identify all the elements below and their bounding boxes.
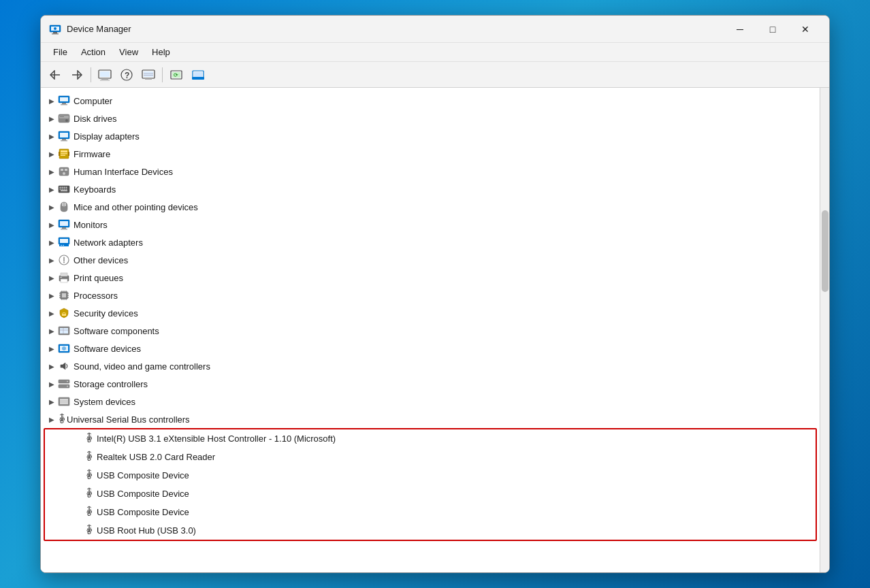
tree-item-software-comp[interactable]: ▶ Software components <box>41 322 820 340</box>
svg-rect-33 <box>60 116 64 117</box>
help-button[interactable]: ? <box>116 65 137 84</box>
svg-rect-53 <box>60 189 61 190</box>
svg-point-142 <box>88 532 91 534</box>
maximize-button[interactable]: □ <box>757 18 788 40</box>
properties-button[interactable] <box>188 65 208 84</box>
label-other: Other devices <box>74 255 128 265</box>
svg-rect-16 <box>144 71 153 77</box>
vertical-scrollbar[interactable] <box>820 88 829 572</box>
svg-rect-77 <box>62 293 66 297</box>
tree-item-software-dev[interactable]: ▶ Software devices <box>41 340 820 357</box>
label-usb-intel: Intel(R) USB 3.1 eXtensible Host Control… <box>97 434 336 444</box>
chevron-storage: ▶ <box>46 378 57 389</box>
tree-item-monitors[interactable]: ▶ Monitors <box>41 216 820 233</box>
tree-item-network[interactable]: ▶ Network adapters <box>41 233 820 251</box>
svg-rect-111 <box>63 419 65 420</box>
label-processors: Processors <box>74 291 118 301</box>
tree-item-security[interactable]: ▶ Security devices <box>41 304 820 322</box>
svg-rect-66 <box>60 239 68 243</box>
tree-item-other[interactable]: ▶ Other devices <box>41 251 820 269</box>
tree-item-system[interactable]: ▶ System devices <box>41 393 820 410</box>
menu-help[interactable]: Help <box>145 45 177 59</box>
svg-rect-49 <box>60 187 61 189</box>
icon-system <box>57 395 71 408</box>
label-firmware: Firmware <box>74 149 110 159</box>
show-hidden-button[interactable] <box>95 65 115 84</box>
tree-item-hid[interactable]: ▶ Human Interface Devices <box>41 163 820 180</box>
icon-storage <box>57 378 71 390</box>
svg-rect-54 <box>62 189 63 190</box>
tree-item-usb[interactable]: ▶ Universal Serial Bus controllers <box>41 410 820 428</box>
svg-point-69 <box>63 245 64 246</box>
tree-item-mice[interactable]: ▶ Mice and other pointing devices <box>41 198 820 216</box>
icon-processors <box>57 289 71 301</box>
label-print: Print queues <box>74 273 123 283</box>
tree-item-storage[interactable]: ▶ Storage controllers <box>41 375 820 393</box>
tree-item-usb-composite-1[interactable]: USB Composite Device <box>45 466 816 485</box>
list-view-button[interactable] <box>138 65 159 84</box>
svg-rect-40 <box>61 153 67 154</box>
tree-item-disk-drives[interactable]: ▶ Disk drives <box>41 110 820 127</box>
svg-rect-62 <box>60 221 68 226</box>
window-title: Device Manager <box>67 24 724 34</box>
menu-file[interactable]: File <box>46 45 74 59</box>
chevron-software-comp: ▶ <box>46 325 57 336</box>
svg-rect-131 <box>90 493 92 494</box>
tree-item-usb-root[interactable]: USB Root Hub (USB 3.0) <box>45 521 816 540</box>
svg-rect-59 <box>62 203 64 206</box>
svg-rect-51 <box>64 187 65 189</box>
svg-point-102 <box>67 386 68 387</box>
chevron-sound: ▶ <box>46 361 57 372</box>
tree-item-firmware[interactable]: ▶ Firmware <box>41 145 820 163</box>
svg-rect-19 <box>145 78 152 80</box>
tree-item-print[interactable]: ▶ Print queues <box>41 269 820 287</box>
icon-hid <box>57 165 71 178</box>
svg-point-32 <box>65 119 68 122</box>
icon-usb-composite-2 <box>84 487 94 500</box>
tree-item-computer[interactable]: ▶ Computer <box>41 92 820 110</box>
svg-point-98 <box>62 346 66 350</box>
svg-rect-63 <box>62 227 66 229</box>
device-tree[interactable]: ▶ Computer ▶ Disk drives ▶ Di <box>41 88 820 572</box>
minimize-button[interactable]: ─ <box>724 18 756 40</box>
tree-item-usb-composite-3[interactable]: USB Composite Device <box>45 503 816 521</box>
svg-rect-24 <box>194 72 202 78</box>
svg-rect-41 <box>61 155 65 157</box>
label-monitors: Monitors <box>74 220 108 230</box>
label-mice: Mice and other pointing devices <box>74 202 198 212</box>
svg-rect-93 <box>60 328 68 333</box>
scan-button[interactable]: ⟳ <box>166 65 187 84</box>
svg-rect-121 <box>90 456 92 457</box>
content-area: ▶ Computer ▶ Disk drives ▶ Di <box>41 88 829 572</box>
svg-rect-42 <box>59 152 60 156</box>
label-usb-composite-2: USB Composite Device <box>97 489 189 499</box>
chevron-computer: ▶ <box>46 95 57 106</box>
svg-rect-60 <box>65 203 67 206</box>
chevron-processors: ▶ <box>46 290 57 301</box>
tree-item-display-adapters[interactable]: ▶ Display adapters <box>41 127 820 145</box>
tree-item-usb-intel[interactable]: Intel(R) USB 3.1 eXtensible Host Control… <box>45 429 816 448</box>
forward-button[interactable] <box>67 65 87 84</box>
svg-point-68 <box>61 245 62 246</box>
icon-display-adapters <box>57 130 71 142</box>
svg-point-47 <box>63 172 65 175</box>
menu-action[interactable]: Action <box>74 45 112 59</box>
icon-monitors <box>57 218 71 231</box>
tree-item-sound[interactable]: ▶ Sound, video and game controllers <box>41 357 820 375</box>
svg-rect-45 <box>61 169 63 171</box>
label-keyboards: Keyboards <box>74 184 116 195</box>
svg-rect-64 <box>61 229 67 230</box>
app-icon <box>49 23 61 35</box>
device-manager-window: Device Manager ─ □ ✕ File Action View He… <box>40 15 830 573</box>
toolbar-separator-1 <box>91 67 91 82</box>
tree-item-usb-composite-2[interactable]: USB Composite Device <box>45 485 816 503</box>
chevron-keyboards: ▶ <box>46 184 57 195</box>
menu-view[interactable]: View <box>112 45 145 59</box>
tree-item-usb-realtek[interactable]: Realtek USB 2.0 Card Reader <box>45 448 816 466</box>
label-usb-realtek: Realtek USB 2.0 Card Reader <box>97 452 215 462</box>
back-button[interactable] <box>45 65 65 84</box>
close-button[interactable]: ✕ <box>790 18 821 40</box>
svg-rect-28 <box>62 103 66 104</box>
tree-item-keyboards[interactable]: ▶ Keyboards <box>41 180 820 198</box>
tree-item-processors[interactable]: ▶ Processors <box>41 287 820 304</box>
